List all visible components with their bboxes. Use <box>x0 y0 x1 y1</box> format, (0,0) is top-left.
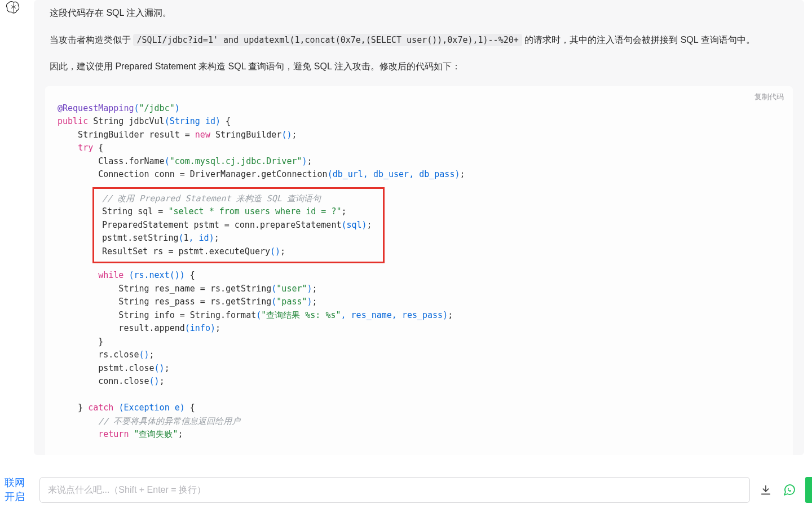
copy-code-button[interactable]: 复制代码 <box>754 92 784 102</box>
message-paragraph-1: 这段代码存在 SQL 注入漏洞。 <box>34 6 804 20</box>
input-footer: 联网 开启 <box>0 476 812 503</box>
message-paragraph-2: 当攻击者构造类似于 /SQLI/jdbc?id=1' and updatexml… <box>34 33 804 47</box>
download-button[interactable] <box>758 482 774 498</box>
chat-input[interactable] <box>48 485 742 495</box>
text-segment: 当攻击者构造类似于 <box>50 35 133 45</box>
network-status-line1: 联网 <box>5 476 32 489</box>
text-segment: 的请求时，其中的注入语句会被拼接到 SQL 查询语句中。 <box>522 35 755 45</box>
assistant-avatar <box>6 0 24 18</box>
whatsapp-icon <box>783 483 796 497</box>
message-paragraph-3: 因此，建议使用 Prepared Statement 来构造 SQL 查询语句，… <box>34 59 804 74</box>
network-status-line2: 开启 <box>5 490 32 503</box>
side-panel-stub[interactable] <box>805 477 812 503</box>
openai-knot-icon <box>6 0 21 16</box>
assistant-message: 这段代码存在 SQL 注入漏洞。 当攻击者构造类似于 /SQLI/jdbc?id… <box>34 0 804 455</box>
download-icon <box>760 484 772 496</box>
code-panel: 复制代码 @RequestMapping("/jdbc") public Str… <box>45 86 793 455</box>
share-whatsapp-button[interactable] <box>782 482 797 498</box>
chat-input-container[interactable] <box>39 477 750 503</box>
inline-code-payload: /SQLI/jdbc?id=1' and updatexml(1,concat(… <box>133 34 522 46</box>
code-highlight-box: // 改用 Prepared Statement 来构造 SQL 查询语句Str… <box>92 187 385 264</box>
code-block: @RequestMapping("/jdbc") public String j… <box>45 96 793 455</box>
network-status[interactable]: 联网 开启 <box>5 476 32 503</box>
